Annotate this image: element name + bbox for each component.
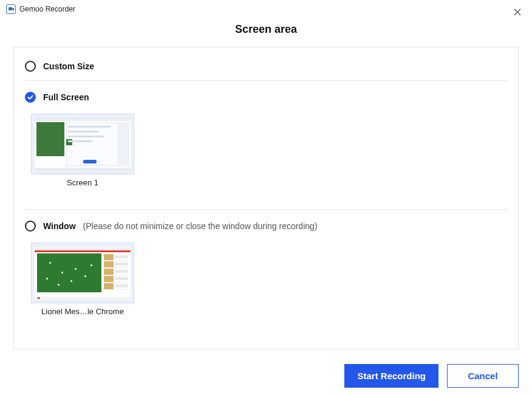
window-1-thumbnail[interactable]	[31, 242, 134, 303]
screen-1-preview	[35, 117, 131, 171]
titlebar: Gemoo Recorder	[0, 0, 532, 18]
window-thumbnails: Lionel Mes…le Chrome	[31, 242, 507, 316]
close-icon	[513, 8, 522, 16]
window-1-caption: Lionel Mes…le Chrome	[31, 307, 134, 316]
window-1-preview	[35, 246, 131, 300]
check-icon	[27, 94, 34, 101]
option-window[interactable]: Window (Please do not minimize or close …	[25, 216, 507, 236]
close-button[interactable]	[511, 6, 523, 18]
screen-1-caption: Screen 1	[31, 178, 134, 187]
divider	[25, 209, 507, 210]
divider	[25, 80, 507, 81]
fullscreen-thumbnails: Screen 1	[31, 114, 507, 187]
screen-1-item: Screen 1	[31, 114, 134, 187]
cancel-button[interactable]: Cancel	[447, 364, 519, 388]
radio-full-screen[interactable]	[25, 92, 36, 103]
option-window-label: Window	[43, 221, 76, 231]
radio-window[interactable]	[25, 221, 36, 232]
radio-custom-size[interactable]	[25, 61, 36, 72]
option-full-screen-label: Full Screen	[43, 92, 89, 102]
svg-rect-0	[9, 7, 12, 10]
page-heading: Screen area	[0, 23, 532, 36]
app-icon	[6, 4, 16, 14]
screen-1-thumbnail[interactable]	[31, 114, 134, 174]
option-custom-size[interactable]: Custom Size	[25, 56, 507, 77]
footer-buttons: Start Recording Cancel	[344, 364, 519, 388]
option-window-hint: (Please do not minimize or close the win…	[83, 221, 318, 231]
app-title: Gemoo Recorder	[19, 5, 75, 13]
start-recording-button[interactable]: Start Recording	[344, 364, 438, 388]
window-1-item: Lionel Mes…le Chrome	[31, 242, 134, 316]
option-custom-size-label: Custom Size	[43, 61, 94, 71]
screen-area-panel: Custom Size Full Screen	[13, 47, 519, 349]
option-full-screen[interactable]: Full Screen	[25, 87, 507, 108]
